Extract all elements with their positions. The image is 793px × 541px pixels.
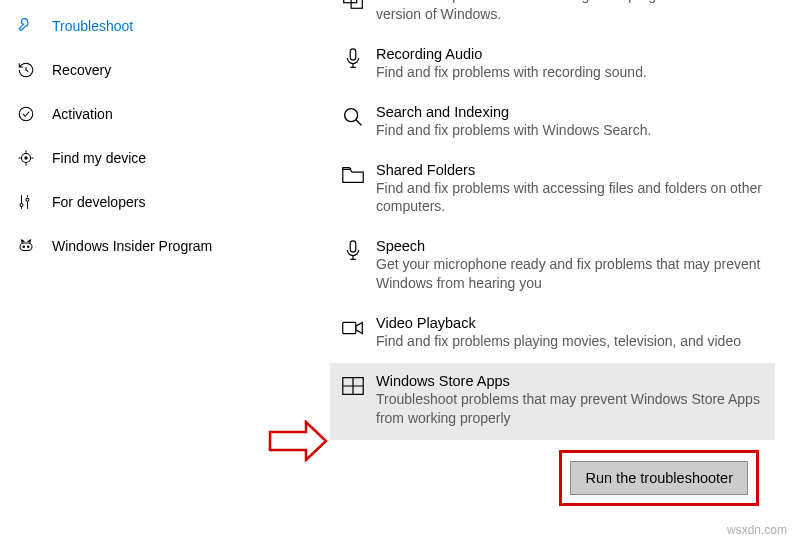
- arrow-annotation: [268, 420, 328, 466]
- svg-point-0: [19, 107, 33, 121]
- sidebar-item-label: Recovery: [52, 62, 111, 78]
- svg-rect-8: [344, 0, 357, 3]
- video-camera-icon: [336, 315, 370, 341]
- troubleshooter-title: Recording Audio: [376, 46, 765, 62]
- svg-point-6: [23, 246, 25, 248]
- svg-rect-10: [350, 49, 356, 60]
- microphone-icon: [336, 46, 370, 72]
- troubleshooter-title: Search and Indexing: [376, 104, 765, 120]
- watermark: wsxdn.com: [727, 523, 787, 537]
- troubleshooter-item-speech[interactable]: Speech Get your microphone ready and fix…: [330, 228, 775, 305]
- troubleshooter-item-recording-audio[interactable]: Recording Audio Find and fix problems wi…: [330, 36, 775, 94]
- troubleshooter-desc: Find and fix problems playing movies, te…: [376, 332, 765, 351]
- microphone-icon: [336, 238, 370, 264]
- troubleshooter-desc: Find and fix problems with running older…: [376, 0, 765, 24]
- troubleshooter-item-shared-folders[interactable]: Shared Folders Find and fix problems wit…: [330, 152, 775, 229]
- sidebar-item-label: Troubleshoot: [52, 18, 133, 34]
- troubleshooter-desc: Find and fix problems with Windows Searc…: [376, 121, 765, 140]
- troubleshooter-item-video-playback[interactable]: Video Playback Find and fix problems pla…: [330, 305, 775, 363]
- compat-icon: [336, 0, 370, 12]
- folder-icon: [336, 162, 370, 188]
- troubleshooter-title: Video Playback: [376, 315, 765, 331]
- troubleshooter-desc: Find and fix problems with recording sou…: [376, 63, 765, 82]
- svg-point-3: [20, 204, 23, 207]
- sidebar-item-activation[interactable]: Activation: [8, 92, 330, 136]
- troubleshooter-item-compat[interactable]: Find and fix problems with running older…: [330, 0, 775, 36]
- apps-grid-icon: [336, 373, 370, 399]
- troubleshooter-desc: Find and fix problems with accessing fil…: [376, 179, 765, 217]
- ninja-cat-icon: [16, 236, 36, 256]
- svg-point-4: [26, 198, 29, 201]
- sidebar-item-troubleshoot[interactable]: Troubleshoot: [8, 4, 330, 48]
- svg-rect-5: [20, 243, 32, 251]
- troubleshooter-title: Windows Store Apps: [376, 373, 765, 389]
- svg-point-11: [345, 108, 358, 121]
- history-icon: [16, 60, 36, 80]
- svg-rect-12: [350, 241, 356, 252]
- sidebar-item-label: Activation: [52, 106, 113, 122]
- sidebar-item-recovery[interactable]: Recovery: [8, 48, 330, 92]
- sidebar-item-for-developers[interactable]: For developers: [8, 180, 330, 224]
- troubleshoot-panel: Find and fix problems with running older…: [330, 0, 793, 541]
- run-troubleshooter-button[interactable]: Run the troubleshooter: [570, 461, 748, 495]
- troubleshooter-title: Speech: [376, 238, 765, 254]
- troubleshooter-desc: Troubleshoot problems that may prevent W…: [376, 390, 765, 428]
- troubleshooter-title: Shared Folders: [376, 162, 765, 178]
- run-button-highlight: Run the troubleshooter: [559, 450, 759, 506]
- sidebar-item-windows-insider[interactable]: Windows Insider Program: [8, 224, 330, 268]
- sidebar-item-label: Find my device: [52, 150, 146, 166]
- search-icon: [336, 104, 370, 130]
- svg-point-7: [28, 246, 30, 248]
- sidebar-item-label: Windows Insider Program: [52, 238, 212, 254]
- tools-icon: [16, 192, 36, 212]
- sidebar-item-find-my-device[interactable]: Find my device: [8, 136, 330, 180]
- svg-point-2: [25, 157, 27, 159]
- troubleshooter-item-windows-store-apps[interactable]: Windows Store Apps Troubleshoot problems…: [330, 363, 775, 440]
- sidebar-item-label: For developers: [52, 194, 145, 210]
- location-icon: [16, 148, 36, 168]
- wrench-icon: [16, 16, 36, 36]
- svg-rect-13: [343, 323, 356, 334]
- check-circle-icon: [16, 104, 36, 124]
- troubleshooter-desc: Get your microphone ready and fix proble…: [376, 255, 765, 293]
- troubleshooter-item-search-indexing[interactable]: Search and Indexing Find and fix problem…: [330, 94, 775, 152]
